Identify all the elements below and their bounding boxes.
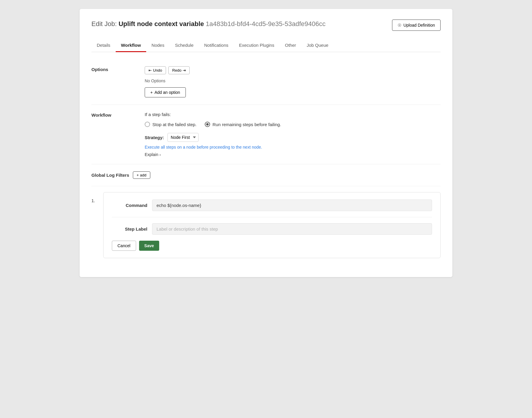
command-input[interactable]: echo ${node.os-name} xyxy=(152,200,432,211)
step-item-1: 1. Command echo ${node.os-name} Step Lab… xyxy=(91,192,441,258)
chevron-right-icon: › xyxy=(159,152,161,157)
options-section: Options ⇤ Undo Redo ⇥ No Options + Add a… xyxy=(91,59,441,105)
tab-job-queue[interactable]: Job Queue xyxy=(301,39,333,52)
plus-icon: + xyxy=(150,90,153,95)
radio-run-circle xyxy=(205,122,210,127)
strategy-select[interactable]: Node First Step First Parallel xyxy=(167,133,199,142)
radio-stop-label: Stop at the failed step. xyxy=(152,122,196,127)
upload-icon: ☉ xyxy=(398,23,402,28)
radio-stop-option[interactable]: Stop at the failed step. xyxy=(145,122,196,127)
undo-icon: ⇤ xyxy=(149,68,152,73)
options-content: ⇤ Undo Redo ⇥ No Options + Add an option xyxy=(145,66,441,97)
radio-stop-circle xyxy=(145,122,150,127)
tab-nodes[interactable]: Nodes xyxy=(146,39,170,52)
step-card: Command echo ${node.os-name} Step Label … xyxy=(103,192,441,258)
tab-schedule[interactable]: Schedule xyxy=(170,39,199,52)
strategy-description: Execute all steps on a node before proce… xyxy=(145,145,441,149)
no-options-text: No Options xyxy=(145,78,441,83)
add-filter-button[interactable]: + add xyxy=(133,171,150,179)
cancel-button[interactable]: Cancel xyxy=(112,241,136,251)
step-divider xyxy=(112,217,432,217)
tab-execution-plugins[interactable]: Execution Plugins xyxy=(234,39,280,52)
add-option-label: Add an option xyxy=(154,90,180,95)
title-prefix: Edit Job: xyxy=(91,20,117,28)
global-log-filters-row: Global Log Filters + add xyxy=(91,164,441,186)
step-actions: Cancel Save xyxy=(112,241,432,251)
content-area: Options ⇤ Undo Redo ⇥ No Options + Add a… xyxy=(91,52,441,265)
redo-icon: ⇥ xyxy=(183,68,186,73)
workflow-content: If a step fails: Stop at the failed step… xyxy=(145,112,441,157)
explain-link[interactable]: Explain › xyxy=(145,152,161,157)
step-number: 1. xyxy=(91,192,99,203)
add-filter-label: add xyxy=(140,173,146,177)
undo-label: Undo xyxy=(153,68,162,73)
step-fails-label: If a step fails: xyxy=(145,112,441,117)
tab-other[interactable]: Other xyxy=(280,39,302,52)
explain-label: Explain xyxy=(145,152,158,157)
save-button[interactable]: Save xyxy=(139,241,159,251)
options-label: Options xyxy=(91,66,139,97)
redo-button[interactable]: Redo ⇥ xyxy=(168,66,190,74)
page-title: Edit Job: Uplift node context variable 1… xyxy=(91,20,325,29)
workflow-label: Workflow xyxy=(91,112,139,157)
tab-bar: Details Workflow Nodes Schedule Notifica… xyxy=(91,39,441,52)
radio-row: Stop at the failed step. Run remaining s… xyxy=(145,122,441,127)
step-list: 1. Command echo ${node.os-name} Step Lab… xyxy=(91,192,441,258)
step-label-field-label: Step Label xyxy=(112,226,147,231)
workflow-section: Workflow If a step fails: Stop at the fa… xyxy=(91,105,441,164)
command-label: Command xyxy=(112,203,147,208)
tab-notifications[interactable]: Notifications xyxy=(199,39,234,52)
strategy-label: Strategy: xyxy=(145,135,164,140)
undo-button[interactable]: ⇤ Undo xyxy=(145,66,166,74)
command-field-row: Command echo ${node.os-name} xyxy=(112,200,432,211)
page-header: Edit Job: Uplift node context variable 1… xyxy=(91,20,441,31)
tab-details[interactable]: Details xyxy=(91,39,116,52)
step-label-input[interactable]: Label or description of this step xyxy=(152,223,432,235)
upload-definition-button[interactable]: ☉ Upload Definition xyxy=(392,20,441,31)
upload-definition-label: Upload Definition xyxy=(403,23,435,28)
step-label-field-row: Step Label Label or description of this … xyxy=(112,223,432,235)
radio-run-label: Run remaining steps before failing. xyxy=(212,122,281,127)
global-log-filters-label: Global Log Filters xyxy=(91,173,129,178)
tab-workflow[interactable]: Workflow xyxy=(116,39,146,52)
title-name: Uplift node context variable xyxy=(119,20,204,28)
radio-run-option[interactable]: Run remaining steps before failing. xyxy=(205,122,281,127)
plus-icon-filter: + xyxy=(137,173,139,177)
undo-redo-row: ⇤ Undo Redo ⇥ xyxy=(145,66,441,74)
redo-label: Redo xyxy=(172,68,181,73)
job-id: 1a483b1d-bfd4-4cd5-9e35-53adfe9406cc xyxy=(206,20,325,28)
strategy-row: Strategy: Node First Step First Parallel xyxy=(145,133,441,142)
add-option-button[interactable]: + Add an option xyxy=(145,87,186,97)
